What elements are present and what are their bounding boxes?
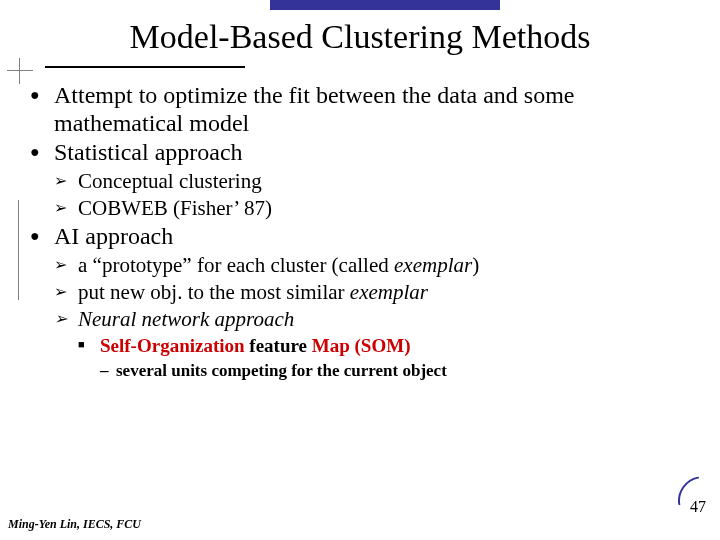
bullet-level2: Neural network approach (54, 307, 690, 332)
text: ) (472, 253, 479, 277)
text: feature (245, 335, 312, 356)
accent-top-bar (270, 0, 500, 10)
page-number: 47 (690, 498, 706, 516)
footer-text: Ming-Yen Lin, IECS, FCU (8, 517, 141, 532)
text: put new obj. to the most similar (78, 280, 350, 304)
bullet-level3: Self-Organization feature Map (SOM) (78, 334, 690, 358)
slide-body: Attempt to optimize the fit between the … (30, 80, 690, 383)
text-highlight: Map (SOM) (312, 335, 411, 356)
bullet-level2: COBWEB (Fisher’ 87) (54, 196, 690, 221)
bullet-level1: AI approach (30, 223, 690, 251)
text-highlight: Self-Organization (100, 335, 245, 356)
bullet-level2: put new obj. to the most similar exempla… (54, 280, 690, 305)
vertical-rule (18, 200, 19, 300)
title-underline (45, 66, 245, 68)
bullet-level2: a “prototype” for each cluster (called e… (54, 253, 690, 278)
text-emph: exemplar (394, 253, 472, 277)
bullet-level1: Statistical approach (30, 139, 690, 167)
bullet-level4: several units competing for the current … (100, 360, 690, 381)
text: a “prototype” for each cluster (called (78, 253, 394, 277)
bullet-level1: Attempt to optimize the fit between the … (30, 82, 690, 137)
slide-title: Model-Based Clustering Methods (0, 18, 720, 56)
bullet-level2: Conceptual clustering (54, 169, 690, 194)
slide: Model-Based Clustering Methods Attempt t… (0, 0, 720, 540)
text-emph: exemplar (350, 280, 428, 304)
